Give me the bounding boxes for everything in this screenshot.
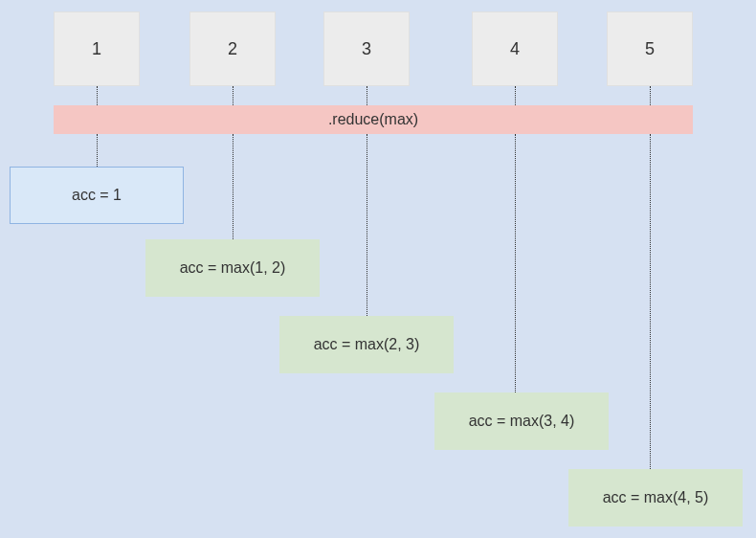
connector-top-4	[515, 86, 516, 105]
reduce-label: .reduce(max)	[328, 111, 418, 128]
input-label: 1	[92, 39, 101, 59]
diagram-stage: 1 2 3 4 5 .reduce(max) acc = 1 acc = max…	[0, 0, 756, 538]
acc-step-box: acc = max(2, 3)	[279, 316, 454, 373]
acc-step-box: acc = max(3, 4)	[434, 392, 609, 450]
input-label: 3	[362, 39, 371, 59]
acc-step-label: acc = max(1, 2)	[180, 259, 286, 277]
input-label: 2	[228, 39, 237, 59]
acc-init-box: acc = 1	[10, 167, 184, 224]
input-box-3: 3	[323, 11, 410, 86]
acc-step-label: acc = max(2, 3)	[314, 336, 420, 353]
connector-bottom-5	[650, 134, 651, 469]
input-box-5: 5	[607, 11, 693, 86]
connector-bottom-1	[97, 134, 98, 167]
acc-step-box: acc = max(1, 2)	[145, 239, 320, 297]
input-box-1: 1	[54, 11, 140, 86]
connector-bottom-4	[515, 134, 516, 392]
connector-top-2	[233, 86, 233, 105]
connector-top-1	[97, 86, 98, 105]
input-box-2: 2	[189, 11, 276, 86]
input-box-4: 4	[472, 11, 558, 86]
connector-bottom-2	[233, 134, 233, 239]
acc-step-label: acc = max(4, 5)	[603, 489, 709, 506]
acc-init-label: acc = 1	[72, 187, 122, 204]
acc-step-box: acc = max(4, 5)	[568, 469, 743, 527]
input-label: 5	[645, 39, 655, 59]
reduce-bar: .reduce(max)	[54, 105, 693, 134]
connector-bottom-3	[367, 134, 367, 316]
acc-step-label: acc = max(3, 4)	[469, 413, 575, 430]
input-label: 4	[510, 39, 520, 59]
connector-top-3	[367, 86, 367, 105]
connector-top-5	[650, 86, 651, 105]
